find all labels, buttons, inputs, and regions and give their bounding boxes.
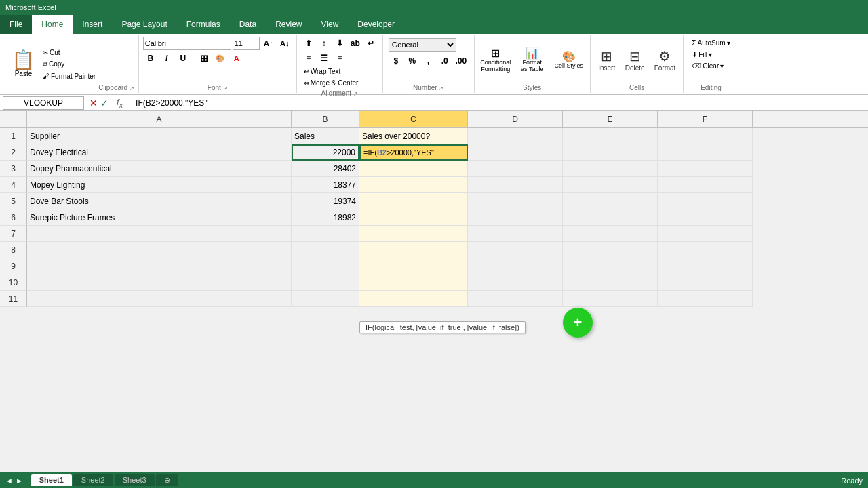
col-header-a[interactable]: A	[27, 111, 292, 127]
cell-b9[interactable]	[292, 258, 359, 274]
cell-d10[interactable]	[468, 274, 563, 291]
prev-sheet-button[interactable]: ◄	[5, 476, 13, 485]
clear-button[interactable]: ⌫ Clear ▾	[689, 61, 732, 71]
cell-a7[interactable]	[27, 226, 292, 242]
format-as-table-button[interactable]: 📊 Formatas Table	[515, 45, 549, 75]
cell-f5[interactable]	[658, 193, 753, 209]
row-num-1[interactable]: 1	[0, 128, 27, 144]
cell-d1[interactable]	[468, 128, 563, 144]
cell-e6[interactable]	[563, 209, 658, 226]
align-left-button[interactable]: ≡	[301, 52, 316, 65]
cell-c3[interactable]	[359, 161, 468, 177]
cell-c10[interactable]	[359, 274, 468, 291]
orientation-button[interactable]: ab	[348, 37, 363, 50]
align-middle-button[interactable]: ↕	[317, 37, 332, 50]
cell-b1[interactable]: Sales	[292, 128, 359, 144]
tab-home[interactable]: Home	[32, 15, 73, 34]
cell-c1[interactable]: Sales over 20000?	[359, 128, 468, 144]
row-num-8[interactable]: 8	[0, 242, 27, 258]
col-header-d[interactable]: D	[468, 111, 563, 127]
cell-e1[interactable]	[563, 128, 658, 144]
cell-a4[interactable]: Mopey Lighting	[27, 177, 292, 193]
tab-insert[interactable]: Insert	[73, 15, 112, 34]
row-num-10[interactable]: 10	[0, 274, 27, 291]
decrease-decimal-button[interactable]: .0	[437, 54, 452, 68]
cell-c6[interactable]	[359, 209, 468, 226]
conditional-formatting-button[interactable]: ⊞ ConditionalFormatting	[479, 45, 513, 75]
cell-a5[interactable]: Dove Bar Stools	[27, 193, 292, 209]
tab-developer[interactable]: Developer	[348, 15, 404, 34]
tab-file[interactable]: File	[0, 15, 32, 34]
cell-b10[interactable]	[292, 274, 359, 291]
tab-review[interactable]: Review	[266, 15, 311, 34]
cell-b8[interactable]	[292, 242, 359, 258]
cancel-formula-icon[interactable]: ✕	[90, 98, 98, 108]
cell-e11[interactable]	[563, 291, 658, 307]
cell-a6[interactable]: Surepic Picture Frames	[27, 209, 292, 226]
border-button[interactable]: ⊞	[197, 52, 212, 65]
cell-b5[interactable]: 19374	[292, 193, 359, 209]
cell-c5[interactable]	[359, 193, 468, 209]
cell-f6[interactable]	[658, 209, 753, 226]
number-format-dropdown[interactable]: General Number Currency	[389, 38, 456, 52]
cell-d9[interactable]	[468, 258, 563, 274]
cell-d4[interactable]	[468, 177, 563, 193]
row-num-7[interactable]: 7	[0, 226, 27, 242]
cell-c11[interactable]	[359, 291, 468, 307]
cell-d8[interactable]	[468, 242, 563, 258]
cell-b7[interactable]	[292, 226, 359, 242]
row-num-5[interactable]: 5	[0, 193, 27, 209]
font-color-button[interactable]: A	[229, 52, 244, 65]
cell-f8[interactable]	[658, 242, 753, 258]
copy-button[interactable]: ⧉ Copy	[40, 59, 98, 70]
cell-f9[interactable]	[658, 258, 753, 274]
insert-button[interactable]: ⊞ Insert	[595, 46, 619, 74]
indent-button[interactable]: ↵	[363, 37, 378, 50]
wrap-text-button[interactable]: ↵ Wrap Text	[301, 66, 344, 77]
cell-b3[interactable]: 28402	[292, 161, 359, 177]
cell-f7[interactable]	[658, 226, 753, 242]
fill-color-button[interactable]: 🎨	[213, 52, 228, 65]
row-num-11[interactable]: 11	[0, 291, 27, 307]
tab-view[interactable]: View	[312, 15, 349, 34]
green-circle-button[interactable]: +	[563, 308, 593, 338]
cell-c2[interactable]: =IF(B2>20000,"YES"	[359, 144, 468, 161]
col-header-c[interactable]: C	[359, 111, 468, 127]
row-num-2[interactable]: 2	[0, 144, 27, 161]
cell-a10[interactable]	[27, 274, 292, 291]
cell-f3[interactable]	[658, 161, 753, 177]
cell-d7[interactable]	[468, 226, 563, 242]
cell-e5[interactable]	[563, 193, 658, 209]
col-header-b[interactable]: B	[292, 111, 359, 127]
cell-c9[interactable]	[359, 258, 468, 274]
cell-b11[interactable]	[292, 291, 359, 307]
align-bottom-button[interactable]: ⬇	[332, 37, 347, 50]
add-sheet-button[interactable]: ⊕	[156, 474, 178, 486]
autosum-button[interactable]: Σ AutoSum ▾	[689, 38, 732, 48]
cell-styles-button[interactable]: 🎨 Cell Styles	[552, 48, 586, 72]
row-num-6[interactable]: 6	[0, 209, 27, 226]
tab-data[interactable]: Data	[230, 15, 266, 34]
cell-f2[interactable]	[658, 144, 753, 161]
merge-center-button[interactable]: ⇔ Merge & Center	[301, 78, 361, 88]
bold-button[interactable]: B	[143, 52, 158, 65]
align-top-button[interactable]: ⬆	[301, 37, 316, 50]
align-center-button[interactable]: ☰	[317, 52, 332, 65]
tab-formulas[interactable]: Formulas	[177, 15, 230, 34]
paste-button[interactable]: 📋 Paste	[7, 37, 40, 92]
cell-e2[interactable]	[563, 144, 658, 161]
cell-d5[interactable]	[468, 193, 563, 209]
row-num-9[interactable]: 9	[0, 258, 27, 274]
cut-button[interactable]: ✂ Cut	[40, 47, 98, 58]
col-header-f[interactable]: F	[658, 111, 753, 127]
cell-c4[interactable]	[359, 177, 468, 193]
increase-font-button[interactable]: A↑	[261, 37, 276, 50]
cell-f1[interactable]	[658, 128, 753, 144]
cell-f11[interactable]	[658, 291, 753, 307]
cell-d3[interactable]	[468, 161, 563, 177]
align-right-button[interactable]: ≡	[332, 52, 347, 65]
cell-c7[interactable]	[359, 226, 468, 242]
decrease-font-button[interactable]: A↓	[277, 37, 292, 50]
cell-e9[interactable]	[563, 258, 658, 274]
increase-decimal-button[interactable]: .00	[454, 54, 469, 68]
